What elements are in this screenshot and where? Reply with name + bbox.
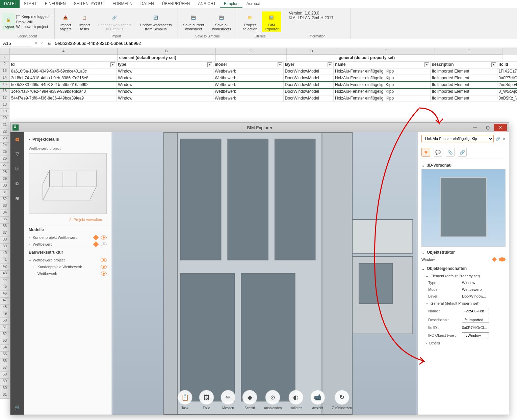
col-header-c[interactable]: C [215,48,286,55]
tab-file[interactable]: DATEI [0,0,20,8]
filter-icon[interactable]: ▾ [424,62,429,67]
tab-review[interactable]: ÜBERPRÜFEN [158,0,194,8]
prop-tab-link-icon[interactable]: 🔗 [458,148,467,157]
row-header[interactable]: 54 [0,345,9,352]
minimize-button[interactable]: — [468,124,481,131]
row-header[interactable]: 44 [0,277,9,284]
project-thumbnail[interactable] [29,153,107,214]
save-current-button[interactable]: 💾Save current worksheet [180,11,207,32]
col-header-f[interactable]: F [435,48,502,55]
tab-acrobat[interactable]: Acrobat [242,0,264,8]
row-header[interactable]: 23 [0,136,9,142]
row-header[interactable]: 57 [0,365,9,372]
row-header[interactable]: 19 [0,109,9,115]
eye-icon[interactable] [499,257,506,261]
row-header[interactable]: 15 [0,82,9,88]
propset-element[interactable]: ⌄Element (default Property set) [421,272,506,279]
section-object-props[interactable]: ⌄Objekteigenschaften [421,265,506,272]
model-item-1[interactable]: ›Kundenprojekt Wettbewerb [24,234,111,241]
row-header[interactable]: 52 [0,331,9,338]
row-header[interactable]: 28 [0,169,9,176]
table-row[interactable]: 16 1ceb7fa8-70e2-499e-8389-939bdebfca40 … [0,88,517,95]
tab-start[interactable]: START [20,0,41,8]
project-selection-button[interactable]: 📁Project selection [239,11,261,32]
maximize-button[interactable]: ▢ [481,124,494,131]
tool-task[interactable]: 📋Task [178,390,192,410]
row-header[interactable]: 35 [0,217,9,223]
rail-compare-icon[interactable]: ≋ [14,195,21,202]
struct-item-3[interactable]: ›Wettbewerb [24,270,111,277]
propset-others[interactable]: ›Others [421,340,506,346]
row-header[interactable]: 32 [0,196,9,203]
element-selector[interactable]: HolzAlu-Fenster einflügelig, Kip [421,135,494,142]
row-header[interactable]: 16 [0,88,9,95]
bim-explorer-button[interactable]: 🖼️BIM Explorer [262,11,281,32]
tool-isolate[interactable]: ◐Isolieren [288,390,303,410]
tab-formulas[interactable]: FORMELN [108,0,136,8]
prop-tab-info-icon[interactable]: ✹ [421,148,430,157]
section-models[interactable]: Modelle [24,225,111,234]
rail-cart-icon[interactable]: 🛒 [14,404,21,411]
row-header[interactable]: 26 [0,156,9,163]
row-header[interactable]: 53 [0,338,9,345]
row-header[interactable]: 33 [0,203,9,210]
keep-logged-checkbox[interactable]: Keep me logged in [16,15,53,19]
formula-input[interactable] [53,40,517,47]
row-header[interactable]: 50 [0,318,9,325]
filter-icon[interactable]: ▾ [110,62,115,67]
row-header-1[interactable]: 1 [0,55,9,61]
row-header[interactable]: 39 [0,244,9,250]
row-header[interactable]: 43 [0,271,9,277]
row-header[interactable]: 17 [0,95,9,102]
propset-general[interactable]: ⌄General (default Property set) [421,300,506,307]
section-object-structure[interactable]: ⌄Objektstruktur [421,249,506,256]
tool-measure[interactable]: ✏Messen [221,390,236,410]
table-row[interactable]: 15 5e0b2833-666d-44b3-821b-56be616ab992 … [0,82,517,88]
row-header[interactable]: 40 [0,250,9,257]
rail-projects-icon[interactable]: ▦ [14,136,21,142]
row-header[interactable]: 48 [0,304,9,311]
row-header[interactable]: 42 [0,264,9,271]
row-header[interactable]: 21 [0,122,9,129]
tool-hide[interactable]: ⊘Ausblenden [264,390,282,410]
row-header[interactable]: 47 [0,298,9,304]
row-header[interactable]: 31 [0,190,9,196]
row-header[interactable]: 46 [0,291,9,298]
name-box[interactable] [1,40,31,47]
row-header[interactable]: 36 [0,223,9,230]
row-header[interactable]: 30 [0,183,9,190]
row-header[interactable]: 56 [0,358,9,365]
prop-ifctype-input[interactable] [462,332,489,338]
section-structure[interactable]: Bauwerksstruktur [24,248,111,257]
import-tasks-button[interactable]: 📋Import tasks [76,11,93,32]
object-structure-row[interactable]: Window [421,256,506,263]
eye-icon[interactable] [101,272,107,276]
section-3d-preview[interactable]: ⌄3D-Vorschau [421,162,506,169]
tab-bimplus[interactable]: Bimplus [220,0,242,8]
table-row[interactable]: 17 544f7ee9-7df6-4f36-8e36-449bca39fea9 … [0,95,517,102]
eye-icon[interactable] [101,235,107,240]
row-header[interactable]: 13 [0,68,9,75]
row-header[interactable]: 41 [0,257,9,264]
struct-item-1[interactable]: ⌄Wettbewerb project [24,257,111,263]
row-header[interactable]: 20 [0,115,9,122]
row-header[interactable]: 59 [0,379,9,385]
close-button[interactable]: ✕ [494,124,507,131]
tool-reset[interactable]: ↻Zurücksetzen [332,390,352,410]
save-all-button[interactable]: 💾Save all worksheets [208,11,235,32]
row-header[interactable]: 60 [0,385,9,392]
rail-slides-icon[interactable]: ⧉ [14,180,21,187]
rail-tasks-icon[interactable]: ☑ [14,165,21,172]
logout-button[interactable]: 🔒 Logout [2,13,15,30]
tab-insert[interactable]: EINFÜGEN [41,0,70,8]
table-row[interactable]: 14 2dd8eb74-4318-4dbb-b0eb-8386e7c215e8 … [0,75,517,82]
table-row[interactable]: 13 8a610f3a-1098-4349-9a45-69cdce401a3c … [0,68,517,75]
row-header[interactable]: 18 [0,102,9,109]
eye-icon[interactable] [101,258,107,262]
row-header[interactable]: 58 [0,372,9,379]
prop-desc-input[interactable] [462,317,489,323]
fx-icon[interactable]: fx [46,41,53,46]
row-header[interactable]: 34 [0,210,9,217]
row-header[interactable]: 55 [0,352,9,358]
filter-icon[interactable]: ▾ [278,62,282,67]
